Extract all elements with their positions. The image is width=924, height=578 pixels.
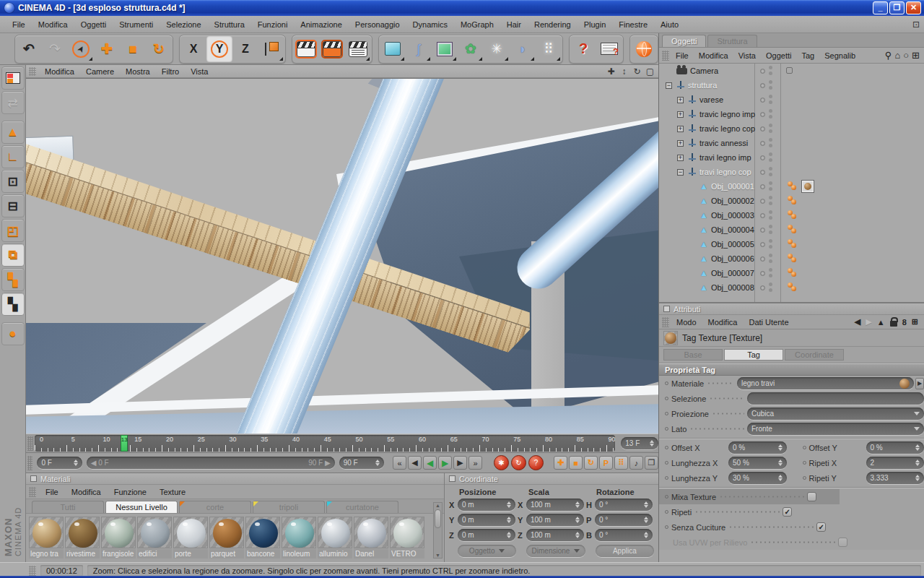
- render-dot[interactable]: [769, 268, 772, 272]
- animation-dot-icon[interactable]: [665, 427, 668, 431]
- maximize-view-icon[interactable]: ▢: [645, 66, 655, 77]
- viewport-menu-camere[interactable]: Camere: [80, 66, 120, 77]
- visibility-dot[interactable]: [760, 170, 765, 175]
- spinner-arrows-icon[interactable]: [572, 517, 580, 523]
- materiale-field[interactable]: legno travi: [737, 377, 914, 389]
- primitive-cube-icon[interactable]: [380, 36, 406, 62]
- play-backward-button[interactable]: ◀: [423, 456, 437, 470]
- materials-grip[interactable]: [29, 487, 36, 497]
- tree-expand-toggle[interactable]: +: [677, 126, 684, 132]
- timeline-playhead[interactable]: 13: [121, 435, 128, 452]
- animation-dot-icon[interactable]: [803, 461, 806, 465]
- render-dot[interactable]: [769, 259, 772, 263]
- y-axis-button[interactable]: Y: [206, 36, 232, 62]
- material-item[interactable]: legno tra: [29, 517, 64, 558]
- tree-row[interactable]: ▲Obj_000003: [659, 208, 924, 223]
- oggetto-dropdown[interactable]: Oggetto: [458, 545, 516, 557]
- points-mode-icon[interactable]: ⊡: [1, 170, 25, 193]
- panel-icon[interactable]: [449, 475, 456, 482]
- coord-scale-field[interactable]: 100 m: [526, 499, 584, 511]
- back-icon[interactable]: ◀: [855, 317, 860, 327]
- menu-modifica[interactable]: Modifica: [32, 18, 74, 31]
- spinner-arrows-icon[interactable]: [641, 501, 648, 508]
- menu-hair[interactable]: Hair: [500, 18, 528, 31]
- coord-position-field[interactable]: 0 m: [458, 514, 515, 526]
- tree-row[interactable]: ▲Obj_000008: [659, 280, 924, 295]
- scroll-down-icon[interactable]: ▼: [435, 553, 440, 558]
- om-menu-oggetti[interactable]: Oggetti: [761, 50, 796, 61]
- forward-icon[interactable]: ▶: [866, 317, 871, 327]
- particles-icon[interactable]: ⠿: [536, 36, 562, 62]
- commander-icon[interactable]: [596, 36, 622, 62]
- tree-row[interactable]: +travic annessi: [659, 136, 924, 150]
- tree-expand-toggle[interactable]: +: [677, 155, 684, 161]
- deformer-icon[interactable]: ✳: [484, 36, 510, 62]
- materials-tab-nessun-livello[interactable]: Nessun Livello: [105, 501, 178, 513]
- add-panel-icon[interactable]: ⊞: [912, 317, 918, 327]
- tree-expand-toggle[interactable]: +: [677, 97, 684, 103]
- menu-animazione[interactable]: Animazione: [294, 18, 348, 31]
- coord-scale-field[interactable]: 100 m: [526, 529, 584, 541]
- ruler-grip[interactable]: [27, 436, 33, 451]
- undo-icon[interactable]: ↶: [16, 36, 42, 62]
- coord-rotation-field[interactable]: 0 °: [595, 514, 653, 526]
- render-dot[interactable]: [769, 152, 772, 156]
- menu-mograph[interactable]: MoGraph: [454, 18, 500, 31]
- record-options-button[interactable]: ?: [528, 455, 544, 470]
- up-icon[interactable]: ▲: [877, 318, 885, 327]
- tree-row[interactable]: Camera: [659, 64, 924, 78]
- phong-texture-tags[interactable]: [788, 254, 798, 263]
- animation-dot-icon[interactable]: [665, 397, 668, 400]
- senza-cuciture-checkbox[interactable]: ✓: [816, 522, 826, 532]
- render-dot[interactable]: [769, 158, 772, 162]
- scale-icon[interactable]: ■: [120, 36, 146, 62]
- play-forward-button[interactable]: ▶: [438, 456, 452, 470]
- animation-dot-icon[interactable]: [665, 525, 668, 529]
- viewport-grip[interactable]: [29, 67, 36, 76]
- manager-tab-struttura[interactable]: Struttura: [707, 35, 757, 47]
- spinner-arrows-icon[interactable]: [504, 532, 511, 538]
- tree-row[interactable]: ▲Obj_000004: [659, 223, 924, 237]
- polygons-mode-icon[interactable]: ◰: [1, 219, 25, 242]
- home-icon[interactable]: ⌂: [894, 50, 900, 61]
- render-settings-icon[interactable]: [345, 36, 371, 62]
- visibility-dot[interactable]: [760, 112, 765, 117]
- dimensione-dropdown[interactable]: Dimensione: [526, 545, 585, 557]
- spinner-arrows-icon[interactable]: [71, 460, 78, 466]
- visibility-dot[interactable]: [760, 199, 765, 204]
- visibility-dot[interactable]: [760, 256, 765, 262]
- tree-expand-toggle[interactable]: +: [677, 140, 684, 147]
- render-dot[interactable]: [769, 95, 772, 98]
- menu-strumenti[interactable]: Strumenti: [113, 18, 160, 31]
- material-item[interactable]: porte: [173, 517, 208, 558]
- material-picker-button[interactable]: ▶: [915, 378, 924, 389]
- coord-rotation-field[interactable]: 0 °: [595, 529, 653, 541]
- array-icon[interactable]: ✿: [458, 36, 484, 62]
- visibility-dot[interactable]: [760, 213, 765, 218]
- coord-scale-field[interactable]: 100 m: [526, 514, 584, 526]
- render-dot[interactable]: [769, 86, 772, 90]
- render-dot[interactable]: [769, 115, 772, 118]
- phong-texture-tags[interactable]: [788, 210, 798, 220]
- rotate-icon[interactable]: ↻: [146, 36, 172, 62]
- move-icon[interactable]: ✚: [94, 36, 120, 62]
- render-dot[interactable]: [769, 254, 772, 257]
- object-axis-icon[interactable]: ∟: [1, 145, 25, 168]
- goto-end-button[interactable]: »: [468, 456, 482, 470]
- attr-tab-coordinate[interactable]: Coordinate: [785, 349, 844, 361]
- menu-file[interactable]: File: [6, 18, 32, 31]
- render-dot[interactable]: [769, 80, 772, 84]
- menu-aiuto[interactable]: Aiuto: [654, 18, 685, 31]
- render-dot[interactable]: [769, 181, 772, 185]
- spinner-arrows-icon[interactable]: [775, 460, 783, 466]
- menu-plugin[interactable]: Plugin: [578, 18, 613, 31]
- spinner-arrows-icon[interactable]: [775, 444, 783, 451]
- timeline-range-slider[interactable]: ◀ 0 F 90 F ▶: [87, 457, 335, 469]
- attributes-grip[interactable]: [662, 317, 669, 327]
- animation-dot-icon[interactable]: [803, 476, 806, 480]
- phong-texture-tags[interactable]: [788, 196, 798, 205]
- spinner-arrows-icon[interactable]: [912, 475, 920, 481]
- browser-icon[interactable]: [631, 36, 657, 62]
- coord-rotation-field[interactable]: 0 °: [595, 499, 653, 511]
- render-dot[interactable]: [769, 288, 772, 292]
